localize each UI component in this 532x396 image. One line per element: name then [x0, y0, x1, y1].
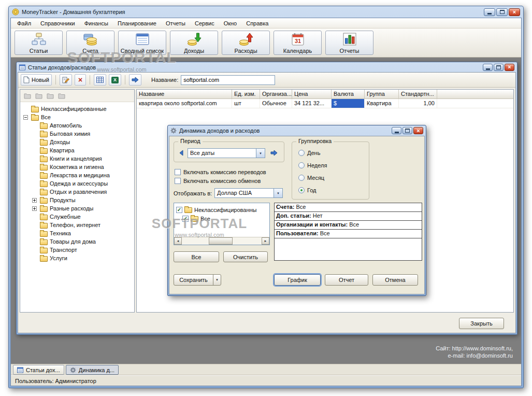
tree-item[interactable]: Книги и канцелярия	[21, 154, 133, 163]
transfer-button[interactable]	[129, 74, 141, 86]
menu-help[interactable]: Справка	[241, 19, 273, 28]
child-minimize-button[interactable]	[483, 64, 493, 71]
column-header[interactable]: Стандартн...	[399, 90, 437, 98]
tree-item[interactable]: Техника	[21, 229, 133, 237]
currency-select[interactable]: Доллар США	[214, 188, 283, 198]
grouping-radio-option[interactable]: День	[298, 149, 327, 157]
clear-button[interactable]: Очистить	[223, 251, 268, 262]
expand-icon[interactable]	[32, 206, 37, 211]
scroll-left-button[interactable]	[174, 237, 182, 245]
close-button[interactable]	[509, 8, 520, 16]
tree-item[interactable]: Транспорт	[21, 246, 133, 254]
titlebar[interactable]: MoneyTracker - Домашняя бухгалтерия	[10, 6, 522, 18]
calendar-button[interactable]: 31Календарь	[274, 31, 322, 55]
close-panel-button[interactable]: Закрыть	[459, 318, 504, 329]
save-button[interactable]: Сохранить	[174, 274, 221, 286]
tree-item[interactable]: Отдых и развлечения	[21, 188, 133, 196]
child-titlebar[interactable]: Статьи доходов/расходов	[18, 62, 516, 72]
chart-button[interactable]: График	[274, 274, 321, 286]
chevron-down-icon[interactable]	[274, 189, 282, 197]
menu-window[interactable]: Окно	[219, 19, 242, 28]
table-view-button[interactable]	[94, 74, 106, 86]
minimize-button[interactable]	[484, 8, 495, 16]
edit-group-button[interactable]	[35, 93, 42, 99]
tree-item[interactable]: Косметика и гигиена	[21, 163, 133, 171]
tree-item[interactable]: Продукты	[21, 196, 133, 204]
income-button[interactable]: Доходы	[170, 31, 218, 55]
dialog-titlebar[interactable]: Динамика доходов и расходов	[169, 125, 425, 136]
menu-finances[interactable]: Финансы	[80, 19, 113, 28]
accounts-button[interactable]: Счета	[66, 31, 114, 55]
reports-button[interactable]: Отчеты	[325, 31, 373, 55]
menu-reports[interactable]: Отчеты	[161, 19, 190, 28]
table-cell[interactable]: Обычное	[260, 99, 292, 108]
delete-button[interactable]	[75, 74, 86, 86]
child-close-button[interactable]	[505, 64, 514, 71]
summary-list-button[interactable]: Сводный список	[118, 31, 166, 55]
menu-planning[interactable]: Планирование	[113, 19, 161, 28]
child-restore-button[interactable]	[494, 64, 504, 71]
menu-file[interactable]: Файл	[12, 19, 36, 28]
tree-item[interactable]: Квартира	[21, 146, 133, 154]
task-tab-dynamics[interactable]: Динамика д...	[66, 365, 119, 375]
tree-item[interactable]: Бытовая химия	[21, 130, 133, 138]
select-all-button[interactable]: Все	[174, 251, 219, 262]
horizontal-scrollbar[interactable]	[174, 237, 269, 245]
column-header[interactable]: Цена	[292, 90, 332, 98]
checkbox-icon[interactable]: ✓	[176, 207, 182, 213]
tree-item[interactable]: Автомобиль	[21, 121, 133, 130]
menu-service[interactable]: Сервис	[190, 19, 219, 28]
commission-checkbox[interactable]: Включать комиссию обменов	[175, 177, 266, 185]
table-cell[interactable]: 34 121 32...	[292, 99, 332, 108]
dialog-minimize-button[interactable]	[392, 127, 401, 134]
scrollbar-thumb[interactable]	[209, 237, 233, 245]
tree-item[interactable]: Доходы	[21, 138, 133, 146]
column-header[interactable]: Группа	[365, 90, 399, 98]
cancel-button[interactable]: Отмена	[372, 274, 418, 286]
table-cell[interactable]: 1,00	[399, 99, 437, 108]
menu-directories[interactable]: Справочники	[36, 19, 80, 28]
next-period-button[interactable]	[268, 149, 280, 157]
tree-item[interactable]: Одежда и аксессуары	[21, 179, 133, 188]
column-header[interactable]: Ед. изм.	[232, 90, 260, 98]
grouping-radio-option[interactable]: Месяц	[298, 174, 327, 181]
grouping-radio-option[interactable]: Год	[298, 187, 327, 194]
tree-item[interactable]: Все	[21, 113, 133, 121]
table-cell[interactable]: квартира около softportal.com	[137, 99, 232, 108]
new-group-button[interactable]	[24, 93, 31, 99]
tree-item[interactable]: Неклассифицированные	[21, 105, 133, 113]
scroll-right-button[interactable]	[262, 237, 269, 245]
expenses-button[interactable]: Расходы	[222, 31, 270, 55]
scrollbar-track[interactable]	[182, 237, 262, 245]
tree-item[interactable]: Товары для дома	[21, 237, 133, 246]
category-item[interactable]: ✓Неклассифицированны	[174, 205, 269, 214]
name-input[interactable]	[181, 75, 275, 85]
tree-item[interactable]: Разные расходы	[21, 204, 133, 213]
table-cell[interactable]: $	[332, 99, 365, 108]
tree-item[interactable]: Услуги	[21, 254, 133, 262]
grouping-radio-option[interactable]: Неделя	[298, 162, 327, 169]
expand-icon[interactable]	[32, 198, 37, 203]
edit-button[interactable]	[60, 74, 72, 86]
maximize-button[interactable]	[496, 8, 508, 16]
articles-button[interactable]: Статьи	[15, 31, 63, 55]
chevron-down-icon[interactable]	[256, 149, 265, 158]
tree-item[interactable]: Лекарства и медицина	[21, 171, 133, 179]
category-item[interactable]: ✓Все	[174, 214, 269, 223]
previous-period-button[interactable]	[177, 149, 185, 157]
excel-export-button[interactable]	[109, 74, 121, 86]
dialog-close-button[interactable]	[413, 127, 423, 134]
table-cell[interactable]: Квартира	[365, 99, 399, 108]
task-tab-articles[interactable]: Статьи дох...	[13, 365, 64, 375]
table-cell[interactable]: шт	[232, 99, 260, 108]
collapse-icon[interactable]	[23, 115, 28, 120]
table-row[interactable]: квартира около softportal.comштОбычное34…	[137, 99, 513, 108]
report-button[interactable]: Отчет	[325, 274, 368, 286]
column-header[interactable]: Валюта	[332, 90, 365, 98]
dialog-maximize-button[interactable]	[402, 127, 412, 134]
column-header[interactable]: Название	[137, 90, 232, 98]
commission-checkbox[interactable]: Включать комиссию переводов	[175, 168, 266, 176]
delete-group-button[interactable]	[58, 93, 65, 99]
save-dropdown-button[interactable]	[213, 275, 221, 285]
tree-item[interactable]: Телефон, интернет	[21, 221, 133, 229]
